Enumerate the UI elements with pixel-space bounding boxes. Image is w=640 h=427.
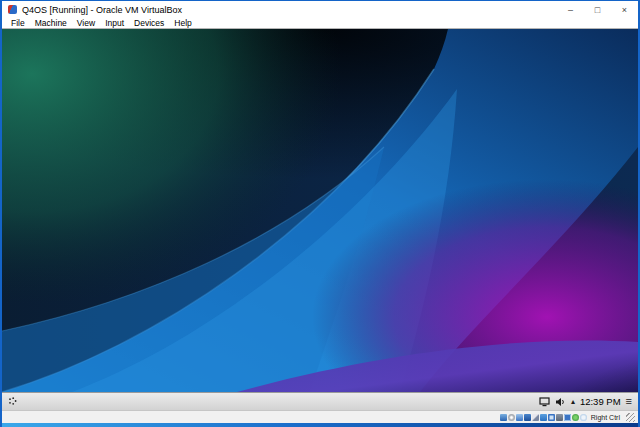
tray-expand-caret[interactable]: ▴ [571,397,575,406]
display-tray-icon[interactable] [539,393,550,411]
maximize-button[interactable]: □ [584,1,611,18]
window-controls: – □ × [557,1,638,18]
minimize-button[interactable]: – [557,1,584,18]
menu-view[interactable]: View [72,18,100,29]
title-bar[interactable]: Q4OS [Running] - Oracle VM VirtualBox – … [2,1,638,18]
wallpaper [2,29,638,392]
taskbar-clock[interactable]: 12:39 PM [580,396,621,407]
menu-devices[interactable]: Devices [129,18,169,29]
guest-desktop[interactable] [2,29,638,392]
shared-folders-icon[interactable] [540,414,547,421]
network-icon[interactable] [524,414,531,421]
window-border-bottom [2,423,638,427]
display-status-icon[interactable] [548,414,555,421]
guest-taskbar: ▴ 12:39 PM ≡ [2,392,638,410]
system-tray: ▴ 12:39 PM ≡ [539,393,632,411]
keyboard-icon[interactable] [580,414,587,421]
window-title: Q4OS [Running] - Oracle VM VirtualBox [22,5,557,15]
optical-drives-icon[interactable] [508,414,515,421]
hard-disks-icon[interactable] [500,414,507,421]
host-key-label: Right Ctrl [591,414,620,421]
menu-input[interactable]: Input [100,18,129,29]
volume-tray-icon[interactable] [555,393,566,411]
menu-machine[interactable]: Machine [30,18,72,29]
panel-menu-icon[interactable]: ≡ [626,396,632,407]
virtualbox-logo-icon [8,5,17,14]
close-button[interactable]: × [611,1,638,18]
resize-grip[interactable] [626,413,635,422]
vbox-status-bar: Right Ctrl [2,410,638,423]
panel-start-arrow-icon[interactable] [8,396,19,407]
usb-icon[interactable] [532,414,539,421]
menu-bar: File Machine View Input Devices Help [2,18,638,29]
menu-help[interactable]: Help [169,18,196,29]
menu-file[interactable]: File [6,18,30,29]
features-icon[interactable] [564,414,571,421]
audio-icon[interactable] [516,414,523,421]
virtualbox-window: Q4OS [Running] - Oracle VM VirtualBox – … [0,0,640,427]
recording-icon[interactable] [556,414,563,421]
mouse-integration-icon[interactable] [572,414,579,421]
